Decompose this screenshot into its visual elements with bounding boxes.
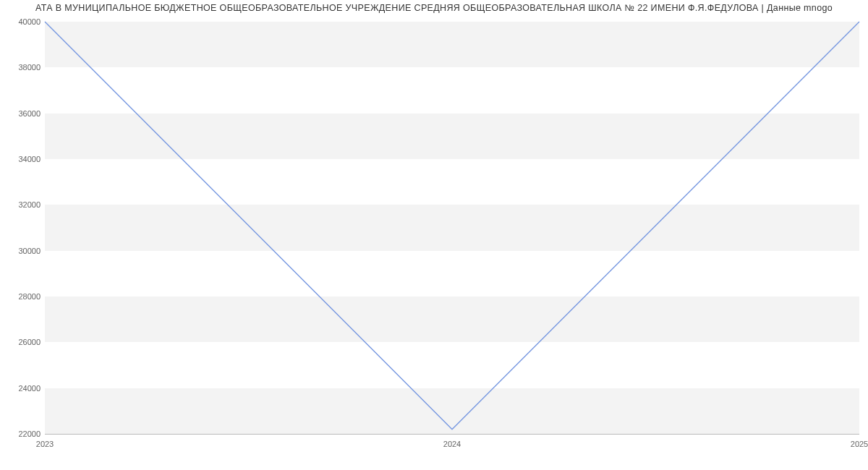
- x-axis-labels: 202320242025: [45, 437, 859, 451]
- y-tick-label: 24000: [0, 384, 41, 393]
- series-line: [45, 22, 859, 430]
- y-tick-label: 38000: [0, 63, 41, 72]
- line-svg: [45, 22, 859, 434]
- y-tick-label: 32000: [0, 200, 41, 209]
- chart-title: АТА В МУНИЦИПАЛЬНОЕ БЮДЖЕТНОЕ ОБЩЕОБРАЗО…: [0, 0, 868, 13]
- x-tick-label: 2024: [443, 440, 461, 448]
- y-axis-labels: 2200024000260002800030000320003400036000…: [0, 22, 41, 434]
- y-tick-label: 34000: [0, 155, 41, 163]
- x-tick-label: 2023: [36, 440, 54, 448]
- y-tick-label: 26000: [0, 338, 41, 346]
- y-tick-label: 30000: [0, 247, 41, 255]
- y-tick-label: 40000: [0, 17, 41, 26]
- y-tick-label: 22000: [0, 430, 41, 438]
- plot-area: [45, 22, 859, 435]
- y-tick-label: 28000: [0, 292, 41, 301]
- chart-area: 2200024000260002800030000320003400036000…: [0, 17, 868, 469]
- x-tick-label: 2025: [851, 440, 868, 448]
- y-tick-label: 36000: [0, 109, 41, 118]
